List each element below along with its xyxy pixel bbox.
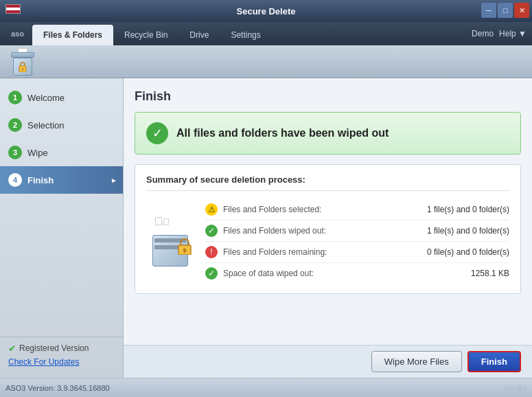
row-value-1: 1 file(s) and 0 folder(s) — [427, 226, 509, 236]
watermark: sys.dict — [504, 384, 527, 392]
summary-row-remaining: ! Files and Folders remaining: 0 file(s)… — [205, 242, 509, 263]
check-updates-link[interactable]: Check For Updates — [8, 357, 79, 367]
step-label-wipe: Wipe — [27, 148, 48, 158]
summary-image — [146, 199, 194, 284]
action-buttons: Wipe More Files Finish — [124, 345, 532, 378]
sidebar: 1 Welcome 2 Selection 3 Wipe 4 Finish ✔ … — [0, 78, 124, 378]
step-badge-2: 2 — [8, 118, 22, 132]
row-label-1: Files and Folders wiped out: — [223, 226, 427, 236]
row-label-3: Space of data wiped out: — [223, 269, 471, 278]
summary-content: ⚠ Files and Folders selected: 1 file(s) … — [146, 199, 509, 284]
help-link[interactable]: Help ▼ — [499, 29, 527, 38]
summary-rows: ⚠ Files and Folders selected: 1 file(s) … — [205, 199, 509, 284]
maximize-button[interactable]: □ — [498, 3, 513, 18]
step-badge-4: 4 — [8, 173, 22, 187]
wipe-more-button[interactable]: Wipe More Files — [371, 351, 462, 372]
content-wrapper: Finish ✓ All files and folders have been… — [124, 78, 532, 378]
step-label-welcome: Welcome — [27, 93, 65, 103]
success-icon: ✓ — [146, 122, 168, 144]
tab-drive[interactable]: Drive — [178, 25, 220, 45]
tab-files-folders[interactable]: Files & Folders — [32, 25, 113, 45]
sidebar-step-finish[interactable]: 4 Finish — [0, 166, 123, 194]
error-icon-3: ! — [205, 246, 218, 258]
step-badge-3: 3 — [8, 146, 22, 159]
tab-bar: aso Files & Folders Recycle Bin Drive Se… — [0, 22, 532, 45]
shredder-summary-icon — [150, 217, 191, 266]
success-message: All files and folders have been wiped ou… — [176, 127, 389, 139]
sidebar-step-wipe[interactable]: 3 Wipe — [0, 139, 123, 166]
warning-icon-1: ⚠ — [205, 203, 218, 216]
app-logo-icon — [5, 47, 40, 77]
svg-point-1 — [22, 68, 24, 70]
logo-bar — [0, 45, 532, 78]
summary-row-wiped: ✓ Files and Folders wiped out: 1 file(s)… — [205, 220, 509, 242]
row-value-2: 0 file(s) and 0 folder(s) — [427, 247, 509, 257]
success-banner: ✓ All files and folders have been wiped … — [135, 112, 521, 155]
shredder-icon — [10, 48, 35, 76]
registered-icon: ✔ — [8, 343, 16, 354]
window-controls: ─ □ ✕ — [481, 3, 529, 18]
title-bar: Secure Delete ─ □ ✕ — [0, 0, 532, 22]
sidebar-step-welcome[interactable]: 1 Welcome — [0, 84, 123, 111]
row-label-2: Files and Folders remaining: — [223, 247, 427, 257]
registered-label: Registered Version — [19, 343, 89, 353]
content-area: Finish ✓ All files and folders have been… — [124, 78, 532, 345]
close-button[interactable]: ✕ — [514, 3, 529, 18]
success-icon-2: ✓ — [205, 225, 218, 237]
row-label-0: Files and Folders selected: — [223, 205, 427, 214]
minimize-button[interactable]: ─ — [481, 3, 496, 18]
app-logo: aso — [3, 22, 32, 45]
window-title: Secure Delete — [237, 6, 296, 16]
step-label-selection: Selection — [27, 120, 64, 131]
row-value-0: 1 file(s) and 0 folder(s) — [427, 205, 509, 214]
sidebar-footer: ✔ Registered Version Check For Updates — [0, 337, 123, 372]
page-title: Finish — [135, 89, 521, 104]
demo-link[interactable]: Demo — [472, 29, 494, 38]
sidebar-step-selection[interactable]: 2 Selection — [0, 111, 123, 139]
svg-rect-4 — [184, 250, 186, 253]
flag-icon — [5, 4, 21, 14]
tab-right-actions: Demo Help ▼ — [472, 22, 529, 45]
success-icon-4: ✓ — [205, 267, 218, 280]
tab-settings[interactable]: Settings — [220, 25, 271, 45]
summary-row-space: ✓ Space of data wiped out: 1258.1 KB — [205, 263, 509, 284]
summary-box: Summary of secure deletion process: — [135, 164, 521, 294]
tab-recycle-bin[interactable]: Recycle Bin — [113, 25, 178, 45]
step-label-finish: Finish — [27, 175, 54, 185]
summary-row-selected: ⚠ Files and Folders selected: 1 file(s) … — [205, 199, 509, 220]
row-value-3: 1258.1 KB — [471, 269, 509, 278]
bottom-bar: ASO3 Version: 3.9.3645.16880 sys.dict — [0, 378, 532, 397]
registered-line: ✔ Registered Version — [8, 343, 115, 354]
finish-button[interactable]: Finish — [467, 351, 521, 372]
summary-title: Summary of secure deletion process: — [146, 174, 509, 191]
main-layout: 1 Welcome 2 Selection 3 Wipe 4 Finish ✔ … — [0, 78, 532, 378]
step-badge-1: 1 — [8, 91, 22, 104]
version-text: ASO3 Version: 3.9.3645.16880 — [5, 384, 504, 392]
